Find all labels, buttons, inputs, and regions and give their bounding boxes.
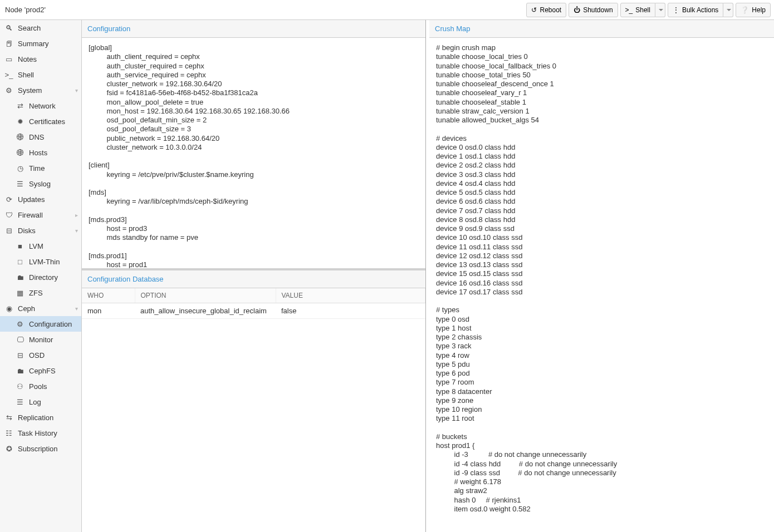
th-large-icon: ▦ (16, 289, 25, 297)
toolbar-buttons: ↺ Reboot ⏻ Shutdown >_ Shell ⋮ Bulk Acti… (526, 3, 771, 17)
clock-icon: ◷ (16, 164, 25, 173)
sticky-note-icon: ▭ (4, 55, 13, 63)
exchange-icon: ⇄ (16, 102, 25, 110)
sidebar-item-notes[interactable]: ▭Notes (0, 51, 81, 67)
help-icon: ❔ (741, 6, 749, 14)
gear-icon: ⚙ (16, 320, 25, 328)
shutdown-button[interactable]: ⏻ Shutdown (569, 3, 618, 17)
sidebar-item-monitor[interactable]: 🖵Monitor (0, 332, 81, 347)
sidebar-item-dns[interactable]: 🌐︎DNS (0, 129, 81, 145)
node-title: Node 'prod2' (3, 6, 46, 14)
sidebar-item-cephfs[interactable]: 🖿CephFS (0, 363, 81, 378)
help-button[interactable]: ❔ Help (736, 3, 771, 17)
sidebar-item-updates[interactable]: ⟳Updates (0, 191, 81, 207)
sidebar-item-time[interactable]: ◷Time (0, 160, 81, 176)
bulk-dropdown-button[interactable] (723, 3, 733, 17)
sidebar-item-replication[interactable]: ⇆Replication (0, 410, 81, 425)
th-who[interactable]: WHO (82, 288, 135, 303)
folder-icon: 🖿 (16, 273, 25, 282)
list-icon: ☰ (16, 180, 25, 188)
crush-map-panel-header: Crush Map (429, 20, 774, 38)
sidebar-item-taskhistory[interactable]: ☷Task History (0, 425, 81, 441)
chevron-down-icon: ▾ (75, 87, 78, 93)
sidebar-item-zfs[interactable]: ▦ZFS (0, 285, 81, 301)
shield-icon: 🛡︎ (4, 211, 13, 219)
sidebar-item-certificates[interactable]: ✹Certificates (0, 114, 81, 129)
sidebar-item-pools[interactable]: ⚇Pools (0, 378, 81, 394)
globe-icon: 🌐︎ (16, 133, 25, 141)
cogs-icon: ⚙ (4, 86, 13, 95)
bulk-actions-button[interactable]: ⋮ Bulk Actions (668, 3, 723, 17)
sidebar-item-subscription[interactable]: ✪Subscription (0, 441, 81, 456)
hdd-icon: ⊟ (16, 351, 25, 359)
globe-icon: 🌐︎ (16, 149, 25, 157)
sidebar-item-lvm[interactable]: ■LVM (0, 238, 81, 254)
certificate-icon: ✹ (16, 117, 25, 126)
sidebar-item-summary[interactable]: 📕︎Summary (0, 36, 81, 51)
sidebar-item-ceph[interactable]: ◉Ceph▾ (0, 301, 81, 316)
list-icon: ☰ (16, 398, 25, 406)
configuration-database-header: Configuration Database (82, 270, 425, 288)
chevron-down-icon: ▾ (75, 306, 78, 312)
sidebar-item-directory[interactable]: 🖿Directory (0, 269, 81, 285)
retweet-icon: ⇆ (4, 413, 13, 422)
hdd-icon: ⊟ (4, 226, 13, 235)
search-icon: 🔍︎ (4, 24, 13, 32)
sidebar-item-log[interactable]: ☰Log (0, 394, 81, 410)
sidebar-item-hosts[interactable]: 🌐︎Hosts (0, 145, 81, 160)
sidebar-item-search[interactable]: 🔍︎Search (0, 20, 81, 36)
sidebar-item-disks[interactable]: ⊟Disks▾ (0, 223, 81, 238)
reboot-icon: ↺ (531, 6, 537, 14)
square-o-icon: □ (16, 258, 25, 266)
reboot-button[interactable]: ↺ Reboot (526, 3, 566, 17)
top-toolbar: Node 'prod2' ↺ Reboot ⏻ Shutdown >_ Shel… (0, 0, 774, 20)
sidebar-item-configuration[interactable]: ⚙Configuration (0, 316, 81, 332)
sidebar-item-osd[interactable]: ⊟OSD (0, 347, 81, 363)
crush-map-text[interactable]: # begin crush map tunable choose_local_t… (429, 38, 774, 532)
chevron-down-icon (727, 9, 731, 11)
config-db-table: WHO OPTION VALUE mon auth_allow_insecure… (82, 288, 425, 319)
table-row[interactable]: mon auth_allow_insecure_global_id_reclai… (82, 303, 425, 319)
sitemap-icon: ⚇ (16, 382, 25, 391)
sidebar-item-syslog[interactable]: ☰Syslog (0, 176, 81, 191)
terminal-icon: >_ (625, 6, 633, 14)
chevron-down-icon (659, 9, 663, 11)
sidebar-item-firewall[interactable]: 🛡︎Firewall▸ (0, 207, 81, 223)
th-value[interactable]: VALUE (276, 288, 425, 303)
chevron-right-icon: ▸ (75, 212, 78, 218)
list-alt-icon: ☷ (4, 429, 13, 437)
square-icon: ■ (16, 242, 25, 250)
folder-icon: 🖿 (16, 367, 25, 375)
refresh-icon: ⟳ (4, 195, 13, 204)
th-option[interactable]: OPTION (135, 288, 276, 303)
sidebar-item-shell[interactable]: >_Shell (0, 67, 81, 82)
chevron-down-icon: ▾ (75, 228, 78, 234)
book-icon: 📕︎ (4, 40, 13, 48)
ceph-icon: ◉ (4, 304, 13, 313)
configuration-text[interactable]: [global] auth_client_required = cephx au… (82, 38, 425, 270)
tv-icon: 🖵 (16, 336, 25, 344)
configuration-panel-header: Configuration (82, 20, 425, 38)
shell-dropdown-button[interactable] (655, 3, 665, 17)
support-icon: ✪ (4, 445, 13, 453)
menu-icon: ⋮ (673, 6, 679, 14)
sidebar-item-lvmthin[interactable]: □LVM-Thin (0, 254, 81, 269)
terminal-icon: >_ (4, 71, 13, 79)
shell-button[interactable]: >_ Shell (620, 3, 655, 17)
power-icon: ⏻ (574, 6, 580, 14)
sidebar-item-system[interactable]: ⚙System▾ (0, 82, 81, 98)
sidebar-item-network[interactable]: ⇄Network (0, 98, 81, 114)
sidebar: 🔍︎Search 📕︎Summary ▭Notes >_Shell ⚙Syste… (0, 20, 82, 532)
